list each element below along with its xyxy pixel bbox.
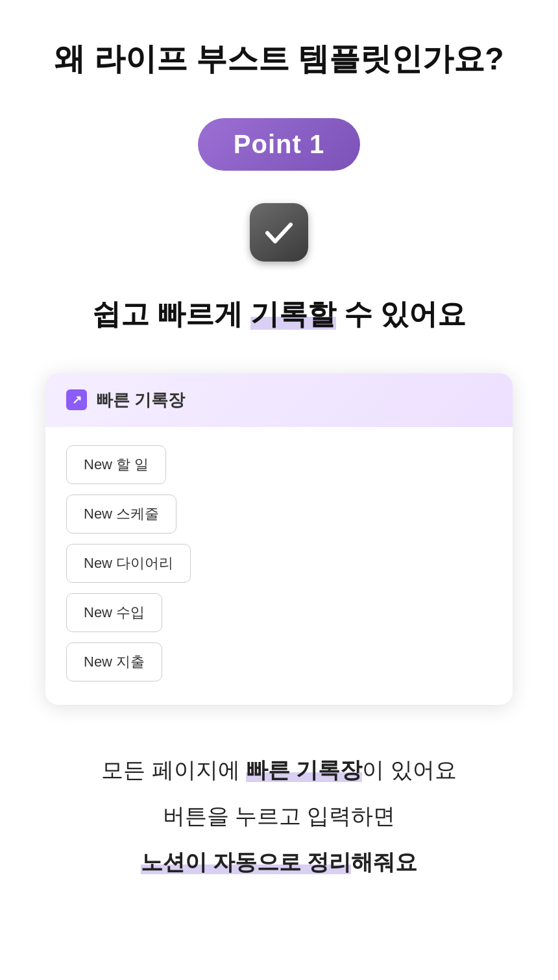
point-badge: Point 1 bbox=[198, 118, 360, 171]
card-header-icon: ↗ bbox=[66, 389, 87, 410]
bottom-highlight-1: 빠른 기록장 bbox=[246, 757, 362, 782]
page-title: 왜 라이프 부스트 템플릿인가요? bbox=[26, 39, 532, 79]
new-schedule-button[interactable]: New 스케줄 bbox=[66, 495, 176, 533]
subtitle-text: 쉽고 빠르게 기록할 수 있어요 bbox=[92, 294, 467, 334]
new-expense-button[interactable]: New 지출 bbox=[66, 643, 162, 681]
new-diary-button[interactable]: New 다이어리 bbox=[66, 544, 191, 583]
checkmark-icon bbox=[262, 215, 296, 249]
icon-section bbox=[250, 203, 308, 262]
new-todo-button[interactable]: New 할 일 bbox=[66, 445, 166, 484]
subtitle-section: 쉽고 빠르게 기록할 수 있어요 bbox=[92, 294, 467, 334]
new-income-button[interactable]: New 수입 bbox=[66, 593, 162, 632]
quick-record-card: ↗ 빠른 기록장 New 할 일 New 스케줄 New 다이어리 New 수입… bbox=[45, 373, 513, 705]
card-body: New 할 일 New 스케줄 New 다이어리 New 수입 New 지출 bbox=[45, 427, 513, 705]
bottom-text-line2: 버튼을 누르고 입력하면 bbox=[101, 796, 457, 836]
bottom-text-line3: 노션이 자동으로 정리해줘요 bbox=[101, 842, 457, 882]
point-badge-section: Point 1 bbox=[198, 118, 360, 171]
card-section: ↗ 빠른 기록장 New 할 일 New 스케줄 New 다이어리 New 수입… bbox=[45, 373, 513, 705]
check-icon-wrapper bbox=[250, 203, 308, 262]
bottom-highlight-2: 노션이 자동으로 정리 bbox=[141, 850, 352, 874]
subtitle-highlight: 기록할 bbox=[250, 298, 336, 330]
bottom-text-line1: 모든 페이지에 빠른 기록장이 있어요 bbox=[101, 750, 457, 790]
card-header: ↗ 빠른 기록장 bbox=[45, 373, 513, 427]
card-header-title: 빠른 기록장 bbox=[96, 389, 185, 411]
title-section: 왜 라이프 부스트 템플릿인가요? bbox=[26, 39, 532, 79]
bottom-text-section: 모든 페이지에 빠른 기록장이 있어요 버튼을 누르고 입력하면 노션이 자동으… bbox=[101, 750, 457, 889]
